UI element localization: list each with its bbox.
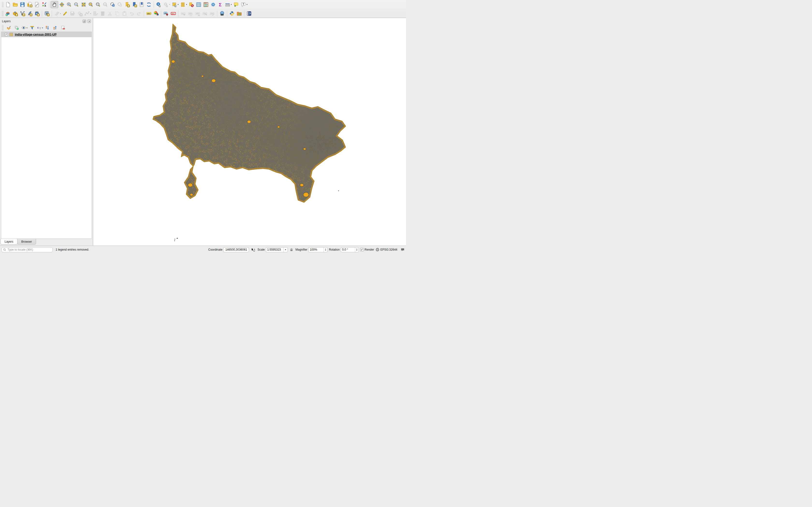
identify-features-button[interactable] (155, 1, 162, 8)
plugin-installer-button[interactable] (236, 10, 243, 17)
render-checkbox[interactable]: ✓ (360, 248, 364, 251)
dropdown-caret[interactable]: ▾ (169, 3, 170, 6)
remove-layer-group-button[interactable] (60, 25, 66, 31)
pin-unpin-labels-button[interactable] (162, 10, 170, 17)
show-layout-manager-button[interactable] (33, 1, 41, 8)
select-features-button[interactable]: ▾ (171, 1, 179, 8)
measure-line-button[interactable]: ▾ (224, 1, 233, 8)
rotation-input[interactable] (341, 248, 355, 251)
messages-button[interactable] (401, 248, 405, 251)
zoom-in-button[interactable] (65, 1, 73, 8)
toolbar-grip (2, 2, 4, 7)
pan-map-button[interactable] (51, 1, 58, 8)
add-group-button[interactable] (13, 25, 20, 31)
layer-name[interactable]: india-village-census-2001-UP (15, 33, 57, 36)
scale-dropdown-arrow[interactable]: ▼ (284, 247, 288, 252)
deselect-features-button[interactable] (188, 1, 195, 8)
data-source-manager-button[interactable] (4, 10, 12, 17)
open-project-button[interactable] (12, 1, 19, 8)
zoom-full-button[interactable] (80, 1, 87, 8)
help-button[interactable] (246, 10, 253, 17)
scale-combo[interactable]: ▼ (266, 247, 288, 252)
collapse-all-button[interactable] (52, 25, 58, 31)
show-spatial-bookmarks-button[interactable] (131, 1, 138, 8)
dropdown-caret[interactable]: ▾ (247, 3, 248, 6)
folder-open-icon (12, 2, 18, 7)
metasearch-button[interactable] (218, 10, 226, 17)
coordinate-box[interactable] (223, 247, 249, 252)
lock-scale-icon[interactable] (290, 248, 293, 251)
refresh-map-button[interactable] (145, 1, 152, 8)
zoom-out-button[interactable] (73, 1, 80, 8)
magnifier-input[interactable] (309, 248, 323, 251)
dock-tab-browser[interactable]: Browser (17, 239, 36, 244)
style-manager-button[interactable] (41, 1, 48, 8)
new-spatial-bookmark-button[interactable] (123, 1, 131, 8)
select-by-value-button[interactable]: ▾ (179, 1, 188, 8)
python-icon (229, 11, 235, 16)
redo-icon (136, 11, 142, 16)
layer-labeling-options-button[interactable] (145, 10, 152, 17)
coordinate-input[interactable] (223, 248, 249, 251)
dropdown-caret[interactable]: ▾ (177, 3, 179, 6)
open-layer-styling-panel-button[interactable] (6, 25, 12, 31)
zoom-to-layer-button[interactable] (95, 1, 102, 8)
panel-close-button[interactable] (88, 19, 91, 23)
show-map-tips-button[interactable] (233, 1, 240, 8)
dropdown-caret[interactable]: ▾ (231, 3, 232, 6)
new-memory-icon (34, 11, 40, 16)
statistical-summary-button[interactable] (217, 1, 224, 8)
dropdown-caret[interactable]: ▾ (27, 27, 27, 29)
magnifier-steppers[interactable]: ▲▼ (323, 247, 327, 252)
toggle-editing-button[interactable] (62, 10, 69, 17)
expand-all-button[interactable] (45, 25, 51, 31)
open-attribute-table-button[interactable] (195, 1, 202, 8)
deselect-icon (189, 2, 194, 7)
processing-toolbox-button[interactable] (209, 1, 217, 8)
locator-input[interactable] (7, 248, 49, 251)
zoom-last-button[interactable] (109, 1, 116, 8)
dropdown-caret[interactable]: ▾ (186, 3, 187, 6)
dropdown-caret[interactable]: ▾ (60, 12, 61, 15)
new-geopackage-layer-button[interactable] (12, 10, 19, 17)
action-gear-icon (163, 2, 169, 7)
python-console-button[interactable] (229, 10, 236, 17)
new-shapefile-layer-button[interactable] (19, 10, 26, 17)
spatial-bookmark-manager-button[interactable] (138, 1, 145, 8)
crs-status[interactable]: EPSG:32644 (375, 248, 397, 251)
dropdown-caret[interactable]: ▾ (42, 27, 43, 29)
panel-float-button[interactable] (83, 19, 86, 23)
pan-to-selection-button[interactable] (58, 1, 65, 8)
edit-pencils-icon (54, 11, 60, 16)
locator-search[interactable] (1, 247, 53, 252)
field-calculator-button[interactable] (202, 1, 209, 8)
layer-item[interactable]: ✓india-village-census-2001-UP (1, 32, 92, 37)
pan-selection-icon (59, 2, 65, 7)
new-spatialite-layer-button[interactable] (26, 10, 33, 17)
toolbar-separator (227, 10, 227, 17)
new-project-button[interactable] (4, 1, 12, 8)
dropdown-caret[interactable]: ▾ (90, 12, 91, 15)
select-rect-icon (171, 2, 177, 7)
label-rotate-icon (202, 11, 208, 16)
save-project-button[interactable] (19, 1, 26, 8)
filter-legend-button[interactable] (29, 25, 35, 31)
highlight-pinned-labels-button[interactable] (170, 10, 177, 17)
filter-by-expression-button[interactable]: ▾ (37, 25, 43, 31)
toggle-extents-icon[interactable] (251, 248, 255, 252)
new-virtual-layer-button[interactable] (43, 10, 51, 17)
scale-input[interactable] (266, 248, 284, 251)
layer-visibility-checkbox[interactable]: ✓ (5, 33, 8, 36)
map-canvas[interactable] (93, 18, 406, 245)
rotation-steppers[interactable]: ▲▼ (355, 247, 359, 252)
layout-manager-icon (34, 2, 40, 7)
new-print-layout-button[interactable] (26, 1, 33, 8)
manage-map-themes-button[interactable]: ▾ (21, 25, 28, 31)
rotation-spinbox[interactable]: ▲▼ (341, 247, 359, 252)
layer-diagram-options-button[interactable] (152, 10, 160, 17)
zoom-to-selection-button[interactable] (87, 1, 95, 8)
text-annotation-button[interactable]: ▾ (240, 1, 248, 8)
magnifier-spinbox[interactable]: ▲▼ (308, 247, 327, 252)
dock-tab-layers[interactable]: Layers (0, 239, 17, 244)
new-temporary-scratch-layer-button[interactable] (33, 10, 41, 17)
